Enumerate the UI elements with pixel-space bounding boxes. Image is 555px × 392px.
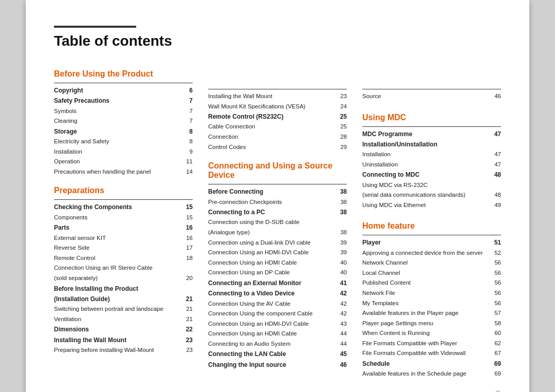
col3: Source46 Using MDC MDC Programme Install…: [362, 67, 501, 388]
toc-entry: Available features in the Schedule page6…: [362, 369, 501, 379]
toc-entries-source: Source46: [362, 91, 501, 102]
toc-entry: Schedule69: [362, 359, 501, 369]
toc-entry: Installation47: [362, 150, 501, 160]
toc-entry: Approving a connected device from the se…: [362, 248, 501, 258]
section-connecting-source: Connecting and Using a Source Device Bef…: [208, 161, 347, 370]
toc-entry: Precautions when handling the panel14: [54, 167, 193, 177]
toc-entry: Local Channel56: [362, 268, 501, 278]
divider: [54, 83, 193, 83]
toc-entry: Connection using a Dual-link DVI cable39: [208, 238, 347, 248]
toc-entry: External sensor KIT16: [54, 233, 193, 244]
section-heading-before-using: Before Using the Product: [54, 69, 193, 79]
toc-entry: When Content is Running60: [362, 328, 501, 339]
toc-entry: Connection Using the AV Cable42: [208, 299, 347, 309]
toc-entry: Parts16: [54, 222, 193, 233]
divider: [54, 199, 193, 200]
toc-entry: Wall Mount Kit Specifications (VESA)24: [208, 102, 347, 112]
toc-entry: Uninstallation47: [362, 160, 501, 170]
toc-entry: Switching between portrait and landscape…: [54, 304, 193, 314]
toc-entry: Connecting an External Monitor41: [208, 278, 347, 288]
col1: Before Using the Product Copyright6 Safe…: [54, 67, 208, 388]
toc-columns: Before Using the Product Copyright6 Safe…: [54, 67, 501, 388]
divider: [362, 89, 501, 89]
divider: [208, 184, 347, 184]
section-heading-connecting: Connecting and Using a Source Device: [208, 161, 347, 180]
toc-entries-preparations: Checking the Components15 Components15 P…: [54, 202, 193, 355]
toc-entry: Safety Precautions7: [54, 96, 193, 106]
page: Table of contents Before Using the Produ…: [26, 0, 529, 392]
toc-entry: Electricity and Safety8: [54, 137, 193, 147]
toc-entry: My Templates56: [362, 298, 501, 309]
toc-entries-mdc: MDC Programme Installation/Uninstallatio…: [362, 129, 501, 211]
toc-entry: (Analogue type)38: [208, 228, 347, 238]
toc-entry: Using MDC via Ethernet49: [362, 200, 501, 211]
col2: Installing the Wall Mount23 Wall Mount K…: [208, 67, 362, 388]
toc-entry: Published Content56: [362, 278, 501, 288]
toc-entry: Pre-connection Checkpoints38: [208, 197, 347, 208]
toc-entry: Connection Using an HDMI-DVI Cable39: [208, 248, 347, 258]
toc-entry: Copyright6: [54, 85, 193, 96]
toc-entries-connecting: Before Connecting38 Pre-connection Check…: [208, 186, 347, 370]
toc-entry: Source46: [362, 91, 501, 102]
toc-entry: (Installation Guide)21: [54, 294, 193, 304]
toc-entry: MDC Programme Installation/Uninstallatio…: [362, 129, 501, 150]
toc-entry: Connecting to an Audio System44: [208, 339, 347, 349]
toc-entries-home: Player51 Approving a connected device fr…: [362, 237, 501, 379]
toc-entry: Before Connecting38: [208, 186, 347, 197]
toc-entry: Using MDC via RS-232C: [362, 180, 501, 191]
toc-entry: Player page Settings menu58: [362, 319, 501, 329]
toc-entry: Components15: [54, 213, 193, 223]
divider: [362, 235, 501, 235]
page-title: Table of contents: [54, 33, 501, 49]
toc-entry: Storage8: [54, 126, 193, 137]
toc-entry: Installation9: [54, 147, 193, 157]
toc-entry: Connection Using an HDMI Cable44: [208, 329, 347, 339]
toc-entry: (sold separately)20: [54, 273, 193, 284]
section-heading-home: Home feature: [362, 221, 501, 231]
toc-entry: Operation11: [54, 157, 193, 167]
title-bar: [54, 26, 136, 28]
toc-entry: Reverse Side17: [54, 243, 193, 253]
toc-entry: (serial data communications standards)48: [362, 190, 501, 200]
toc-entries-before-using: Copyright6 Safety Precautions7 Symbols7 …: [54, 85, 193, 177]
toc-entry: Cable Connection25: [208, 122, 347, 132]
toc-entry: File Formats Compatible with Player62: [362, 339, 501, 349]
toc-entry: Connection Using an DP Cable40: [208, 268, 347, 278]
toc-entry: Connection Using the component Cable42: [208, 309, 347, 319]
section-source: Source46: [362, 67, 501, 102]
toc-entry: Remote Control18: [54, 253, 193, 264]
toc-entry: Symbols7: [54, 106, 193, 117]
toc-entry: Dimensions22: [54, 324, 193, 334]
toc-entry: Network Channel56: [362, 258, 501, 268]
page-number: 2: [495, 388, 501, 392]
toc-entry: Available features in the Player page57: [362, 308, 501, 319]
toc-entry: Preparing before installing Wall-Mount23: [54, 345, 193, 356]
section-using-mdc: Using MDC MDC Programme Installation/Uni…: [362, 113, 501, 211]
toc-entries-wallmount: Installing the Wall Mount23 Wall Mount K…: [208, 91, 347, 152]
toc-entry: Connection using the D-SUB cable: [208, 217, 347, 228]
toc-entry: Before Installing the Product: [54, 284, 193, 294]
divider: [362, 126, 501, 127]
toc-entry: Control Codes29: [208, 142, 347, 153]
divider: [208, 89, 347, 89]
section-preparations: Preparations Checking the Components15 C…: [54, 186, 193, 355]
toc-entry: Connection Using an HDMI-DVI Cable43: [208, 319, 347, 329]
toc-entry: Network File56: [362, 288, 501, 298]
toc-entry: Connecting to a PC38: [208, 207, 347, 217]
toc-entry: Installing the Wall Mount23: [54, 335, 193, 345]
toc-entry: Connecting the LAN Cable45: [208, 349, 347, 359]
toc-entry: Installing the Wall Mount23: [208, 91, 347, 102]
toc-entry: Connecting to a Video Device42: [208, 288, 347, 298]
section-home-feature: Home feature Player51 Approving a connec…: [362, 221, 501, 379]
section-heading-mdc: Using MDC: [362, 113, 501, 122]
section-heading-preparations: Preparations: [54, 186, 193, 195]
toc-entry: Remote Control (RS232C)25: [208, 111, 347, 122]
toc-entry: Connection Using an HDMI Cable40: [208, 258, 347, 268]
section-before-using: Before Using the Product Copyright6 Safe…: [54, 69, 193, 177]
toc-entry: File Formats Compatible with Videowall67: [362, 348, 501, 359]
toc-entry: Connection Using an IR Stereo Cable: [54, 263, 193, 273]
toc-entry: Player51: [362, 237, 501, 248]
toc-entry: Connection28: [208, 132, 347, 142]
toc-entry: Changing the Input source46: [208, 360, 347, 370]
toc-entry: Cleaning7: [54, 116, 193, 126]
